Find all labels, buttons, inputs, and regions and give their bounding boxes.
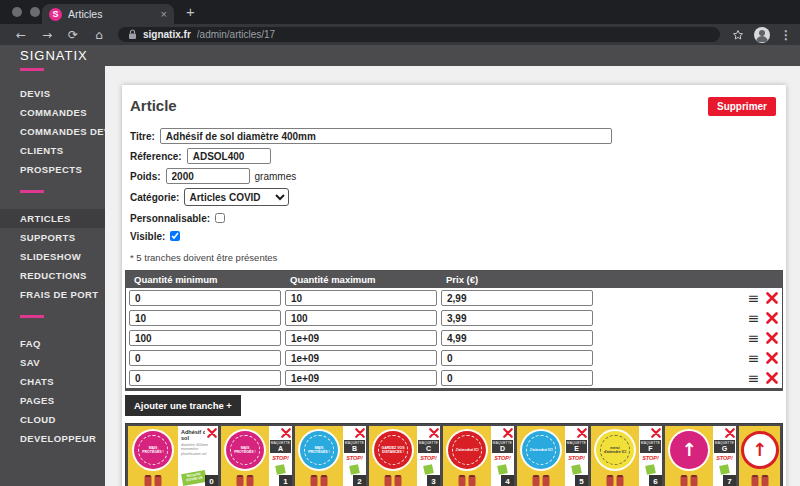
- remove-image-icon[interactable]: [205, 426, 218, 439]
- personnalisable-checkbox[interactable]: [215, 213, 225, 223]
- remove-image-icon[interactable]: [353, 426, 366, 439]
- sidebar-item-slideshow[interactable]: SLIDESHOW: [0, 247, 105, 266]
- tranche-max-input[interactable]: [285, 370, 437, 386]
- sidebar-item-articles[interactable]: ARTICLES: [0, 209, 105, 228]
- remove-tranche-icon[interactable]: [765, 371, 779, 385]
- bookmark-star-icon[interactable]: [732, 29, 744, 41]
- tranche-max-input[interactable]: [285, 330, 437, 346]
- arrow-up-icon: ↑: [752, 441, 767, 459]
- drag-handle-icon[interactable]: ≡: [746, 351, 761, 365]
- drag-handle-icon[interactable]: ≡: [746, 291, 761, 305]
- profile-avatar[interactable]: [754, 27, 770, 43]
- green-badge: [349, 464, 360, 475]
- sticker-circle-image: MAIS PROTÉGÉS !: [134, 431, 172, 469]
- personnalisable-label: Personnalisable:: [130, 213, 210, 224]
- visible-label: Visible:: [130, 231, 165, 242]
- sidebar-item-chats[interactable]: CHATS: [0, 372, 105, 391]
- remove-image-icon[interactable]: [723, 426, 736, 439]
- poids-label: Poids:: [130, 171, 161, 182]
- tranche-prix-input[interactable]: [441, 290, 593, 306]
- reload-icon[interactable]: ⟳: [60, 29, 86, 41]
- sticker-circle-image: MAIS PROTÉGÉS !: [300, 431, 338, 469]
- reference-label: Réference:: [130, 151, 182, 162]
- image-index-badge: 0: [205, 475, 218, 486]
- product-panel-subtitle: diamètre 400mm monomère plastification s…: [181, 443, 216, 457]
- remove-image-icon[interactable]: [427, 426, 440, 439]
- sidebar-item-devis[interactable]: DEVIS: [0, 84, 105, 103]
- remove-image-icon[interactable]: [279, 426, 292, 439]
- home-icon[interactable]: ⌂: [86, 29, 112, 41]
- green-badge: [423, 464, 434, 475]
- remove-tranche-icon[interactable]: [765, 291, 779, 305]
- categorie-select[interactable]: Articles COVID: [184, 188, 289, 206]
- remove-tranche-icon[interactable]: [765, 331, 779, 345]
- tranche-prix-input[interactable]: [441, 310, 593, 326]
- feet-photo: [311, 477, 328, 486]
- sidebar-item-cloud[interactable]: CLOUD: [0, 410, 105, 429]
- feet-photo: [607, 477, 624, 486]
- product-thumbnail: MAIS PROTÉGÉS !MAQUETTEASTOP!1: [221, 426, 292, 486]
- visible-checkbox[interactable]: [170, 231, 180, 241]
- sidebar-nav: DEVISCOMMANDESCOMMANDES DEV.CLIENTSPROSP…: [0, 84, 105, 448]
- drag-handle-icon[interactable]: ≡: [746, 331, 761, 345]
- forward-icon[interactable]: →: [34, 29, 60, 41]
- product-images-strip: MAIS PROTÉGÉS !Adhésif de soldiamètre 40…: [125, 423, 783, 486]
- tranche-row: ≡: [126, 308, 782, 328]
- sidebar-item-commandes[interactable]: COMMANDES: [0, 103, 105, 122]
- tranche-max-input[interactable]: [285, 310, 437, 326]
- drag-handle-icon[interactable]: ≡: [746, 311, 761, 325]
- delete-article-button[interactable]: Supprimer: [708, 97, 776, 116]
- browser-menu-icon[interactable]: ⋮: [780, 29, 792, 41]
- poids-input[interactable]: [166, 168, 250, 184]
- sidebar-item-frais-de-port[interactable]: FRAIS DE PORT: [0, 285, 105, 304]
- tranche-prix-input[interactable]: [441, 350, 593, 366]
- tranche-min-input[interactable]: [129, 310, 281, 326]
- tranche-max-input[interactable]: [285, 290, 437, 306]
- remove-tranche-icon[interactable]: [765, 311, 779, 325]
- sidebar-item-clients[interactable]: CLIENTS: [0, 141, 105, 160]
- browser-tab[interactable]: S Articles ×: [42, 4, 174, 24]
- image-index-badge: 1: [279, 475, 292, 486]
- sidebar-item-supports[interactable]: SUPPORTS: [0, 228, 105, 247]
- reference-input[interactable]: [187, 148, 271, 164]
- brand-logo: SIGNATIX: [0, 45, 800, 66]
- sidebar-item-reductions[interactable]: REDUCTIONS: [0, 266, 105, 285]
- sidebar-item-sav[interactable]: SAV: [0, 353, 105, 372]
- stop-brand-label: STOP!: [642, 455, 659, 461]
- remove-tranche-icon[interactable]: [765, 351, 779, 365]
- drag-handle-icon[interactable]: ≡: [746, 371, 761, 385]
- sidebar-item-pages[interactable]: PAGES: [0, 391, 105, 410]
- add-tranche-button[interactable]: Ajouter une tranche +: [125, 395, 241, 416]
- tranche-max-input[interactable]: [285, 350, 437, 366]
- remove-image-icon[interactable]: [501, 426, 514, 439]
- feet-photo: [459, 477, 476, 486]
- tranche-min-input[interactable]: [129, 290, 281, 306]
- poids-unit: grammes: [255, 171, 297, 182]
- sticker-circle-image: GARDEZ VOS DISTANCES !: [374, 431, 412, 469]
- page-title: Article: [130, 97, 177, 114]
- tranche-min-input[interactable]: [129, 370, 281, 386]
- sidebar-item-faq[interactable]: FAQ: [0, 334, 105, 353]
- remove-image-icon[interactable]: [649, 426, 662, 439]
- product-thumbnail: MAIS PROTÉGÉS !Adhésif de soldiamètre 40…: [128, 426, 218, 486]
- tranche-min-input[interactable]: [129, 330, 281, 346]
- tranche-prix-input[interactable]: [441, 370, 593, 386]
- remove-image-icon[interactable]: [575, 426, 588, 439]
- tranches-table-header: Quantité minimum Quantité maximum Prix (…: [126, 271, 782, 288]
- sidebar-item-developpeur[interactable]: DEVELOPPEUR: [0, 429, 105, 448]
- article-card: Article Supprimer Titre: Réference: Poid…: [122, 85, 786, 486]
- tab-title: Articles: [68, 8, 155, 20]
- tranche-min-input[interactable]: [129, 350, 281, 366]
- window-close-button[interactable]: [12, 7, 22, 17]
- sidebar-item-prospects[interactable]: PROSPECTS: [0, 160, 105, 179]
- new-tab-button[interactable]: +: [186, 3, 195, 20]
- titre-input[interactable]: [160, 128, 612, 144]
- address-bar[interactable]: signatix.fr/admin/articles/17: [118, 27, 720, 42]
- back-icon[interactable]: ←: [8, 29, 34, 41]
- tab-close-icon[interactable]: ×: [161, 9, 167, 20]
- stop-brand-label: STOP!: [494, 455, 511, 461]
- tranche-prix-input[interactable]: [441, 330, 593, 346]
- sidebar-item-commandes-dev[interactable]: COMMANDES DEV.: [0, 122, 105, 141]
- window-minimize-button[interactable]: [30, 7, 40, 17]
- covid-flag-badge: Sécurité COVID-19: [181, 470, 207, 486]
